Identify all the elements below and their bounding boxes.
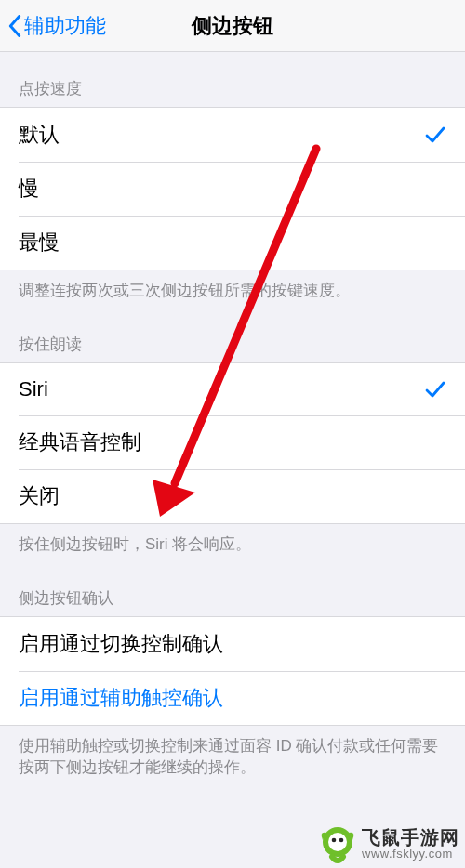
option-label: 关闭 bbox=[19, 482, 446, 510]
svg-point-5 bbox=[339, 838, 344, 843]
watermark-title: 飞鼠手游网 bbox=[362, 827, 459, 848]
svg-point-4 bbox=[332, 838, 337, 843]
section-footer-speed: 调整连按两次或三次侧边按钮所需的按键速度。 bbox=[0, 270, 465, 308]
option-label: 最慢 bbox=[19, 229, 446, 256]
speed-option-slow[interactable]: 慢 bbox=[0, 162, 465, 216]
option-label: 启用通过切换控制确认 bbox=[19, 630, 446, 658]
confirm-assistive-touch[interactable]: 启用通过辅助触控确认 bbox=[0, 671, 465, 725]
option-label: Siri bbox=[19, 377, 424, 401]
checkmark-icon bbox=[424, 124, 446, 146]
speed-option-slowest[interactable]: 最慢 bbox=[0, 216, 465, 270]
nav-bar: 辅助功能 侧边按钮 bbox=[0, 0, 465, 52]
checkmark-icon bbox=[424, 378, 446, 401]
chevron-left-icon bbox=[7, 13, 22, 39]
confirm-switch-control[interactable]: 启用通过切换控制确认 bbox=[0, 617, 465, 671]
option-label: 默认 bbox=[19, 121, 424, 149]
section-footer-hold: 按住侧边按钮时，Siri 将会响应。 bbox=[0, 524, 465, 561]
back-button[interactable]: 辅助功能 bbox=[0, 12, 106, 40]
watermark-url: www.fsklyy.com bbox=[362, 848, 459, 861]
svg-point-3 bbox=[328, 833, 347, 851]
hold-option-off[interactable]: 关闭 bbox=[0, 469, 465, 523]
hold-group: Siri 经典语音控制 关闭 bbox=[0, 362, 465, 524]
hold-option-siri[interactable]: Siri bbox=[0, 363, 465, 415]
section-footer-confirm: 使用辅助触控或切换控制来通过面容 ID 确认付款或任何需要按两下侧边按钮才能继续… bbox=[0, 726, 465, 785]
option-label: 启用通过辅助触控确认 bbox=[19, 684, 446, 712]
hold-option-classic[interactable]: 经典语音控制 bbox=[0, 415, 465, 469]
option-label: 经典语音控制 bbox=[19, 428, 446, 456]
section-header-confirm: 侧边按钮确认 bbox=[0, 561, 465, 616]
speed-group: 默认 慢 最慢 bbox=[0, 107, 465, 270]
section-header-hold: 按住朗读 bbox=[0, 308, 465, 362]
watermark: 飞鼠手游网 www.fsklyy.com bbox=[317, 820, 465, 868]
back-label: 辅助功能 bbox=[24, 12, 106, 40]
speed-option-default[interactable]: 默认 bbox=[0, 108, 465, 162]
option-label: 慢 bbox=[19, 175, 446, 203]
section-header-speed: 点按速度 bbox=[0, 52, 465, 107]
watermark-logo-icon bbox=[317, 823, 358, 864]
confirm-group: 启用通过切换控制确认 启用通过辅助触控确认 bbox=[0, 616, 465, 726]
